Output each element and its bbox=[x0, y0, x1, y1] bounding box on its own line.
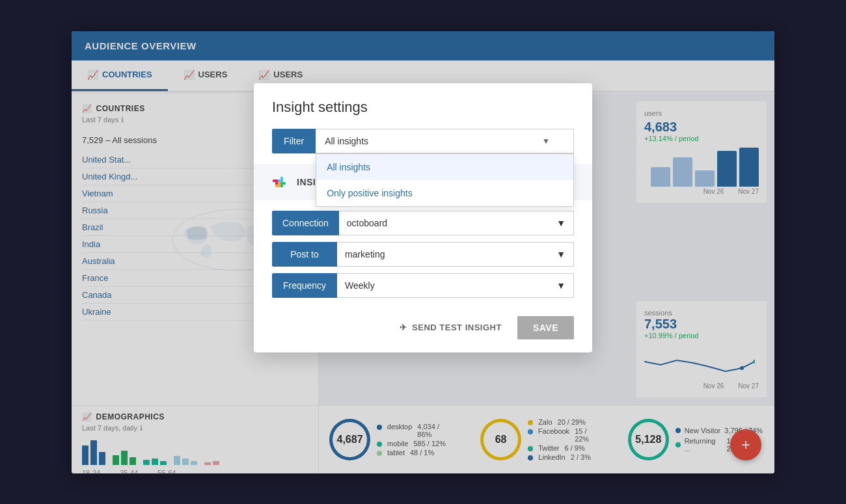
filter-button[interactable]: Filter bbox=[272, 129, 316, 153]
connection-arrow-icon: ▼ bbox=[556, 218, 566, 228]
dropdown-item-positive[interactable]: Only positive insights bbox=[316, 180, 573, 206]
action-row: ✈ SEND TEST INSIGHT SAVE bbox=[254, 308, 592, 352]
svg-rect-3 bbox=[275, 182, 278, 185]
svg-rect-4 bbox=[275, 179, 278, 182]
svg-rect-13 bbox=[275, 185, 278, 187]
modal-title: Insight settings bbox=[254, 83, 592, 129]
form-section: Connection octoboard ▼ Post to marketing… bbox=[254, 200, 592, 308]
filter-dropdown: All insights Only positive insights bbox=[316, 153, 574, 207]
post-to-value: marketing bbox=[345, 249, 385, 259]
svg-rect-10 bbox=[280, 185, 283, 187]
post-to-row: Post to marketing ▼ bbox=[272, 242, 574, 267]
connection-value: octoboard bbox=[347, 218, 387, 228]
connection-select[interactable]: octoboard ▼ bbox=[339, 211, 574, 235]
dashboard-container: AUDIENCE OVERVIEW 📈 COUNTRIES 📈 USERS 📈 … bbox=[72, 31, 774, 473]
dropdown-item-all[interactable]: All insights bbox=[316, 154, 573, 180]
dropdown-arrow-icon: ▼ bbox=[542, 137, 550, 146]
svg-rect-5 bbox=[273, 179, 275, 182]
svg-rect-8 bbox=[280, 177, 283, 179]
svg-rect-14 bbox=[278, 185, 280, 187]
connection-label-button[interactable]: Connection bbox=[272, 211, 339, 235]
filter-row: Filter All insights ▼ All insights Only … bbox=[272, 129, 574, 153]
frequency-arrow-icon: ▼ bbox=[556, 280, 566, 291]
frequency-select[interactable]: Weekly ▼ bbox=[337, 273, 574, 298]
send-test-label: SEND TEST INSIGHT bbox=[412, 323, 502, 332]
post-to-label-button[interactable]: Post to bbox=[272, 242, 337, 267]
svg-rect-12 bbox=[278, 182, 280, 185]
svg-rect-6 bbox=[278, 179, 280, 182]
svg-rect-9 bbox=[280, 182, 283, 185]
post-to-select[interactable]: marketing ▼ bbox=[337, 242, 574, 267]
post-to-arrow-icon: ▼ bbox=[556, 249, 566, 259]
modal-overlay[interactable]: Insight settings Filter All insights ▼ A… bbox=[72, 31, 774, 473]
filter-select-wrapper: All insights ▼ All insights Only positiv… bbox=[316, 129, 574, 153]
connection-row: Connection octoboard ▼ bbox=[272, 211, 574, 235]
svg-rect-11 bbox=[283, 182, 286, 185]
filter-select-display[interactable]: All insights ▼ bbox=[316, 129, 574, 153]
slack-logo-icon bbox=[272, 173, 290, 191]
frequency-row: Frequency Weekly ▼ bbox=[272, 273, 574, 298]
save-button[interactable]: SAVE bbox=[517, 316, 574, 339]
filter-selected-value: All insights bbox=[325, 136, 368, 146]
frequency-label-button[interactable]: Frequency bbox=[272, 273, 337, 298]
send-test-insight-button[interactable]: ✈ SEND TEST INSIGHT bbox=[392, 316, 510, 339]
svg-rect-7 bbox=[280, 179, 283, 182]
insight-settings-modal: Insight settings Filter All insights ▼ A… bbox=[254, 83, 592, 352]
frequency-value: Weekly bbox=[345, 280, 375, 291]
send-icon: ✈ bbox=[400, 323, 407, 332]
